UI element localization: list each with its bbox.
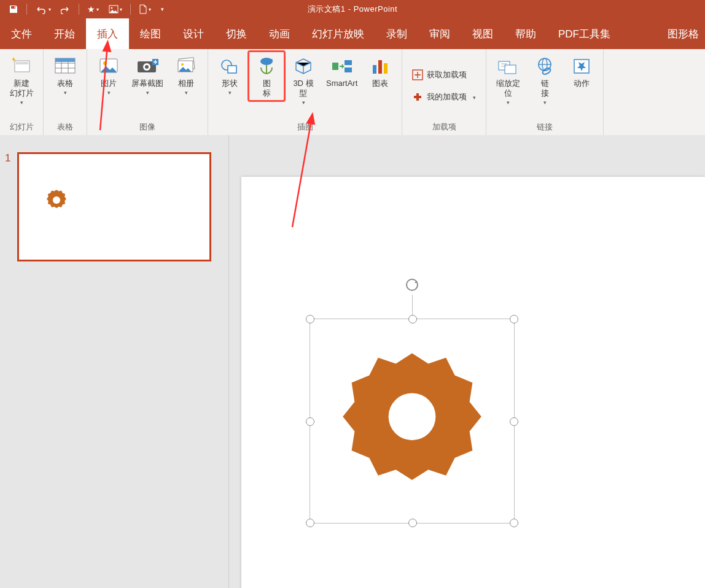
svg-point-15 xyxy=(181,63,184,66)
rotation-connector xyxy=(412,295,413,315)
group-slides: 新建 幻灯片 ▾ 幻灯片 xyxy=(0,49,44,135)
slide-number: 1 xyxy=(5,152,10,164)
slide-canvas-area[interactable] xyxy=(229,135,705,588)
rotation-handle[interactable] xyxy=(403,276,421,293)
svg-point-19 xyxy=(270,59,273,61)
new-slide-icon xyxy=(11,54,32,79)
svg-point-4 xyxy=(13,58,14,59)
resize-handle-tr[interactable] xyxy=(510,315,518,323)
svg-point-11 xyxy=(145,65,149,69)
tab-draw[interactable]: 绘图 xyxy=(129,18,172,49)
selection-bounding-box[interactable] xyxy=(310,319,515,524)
svg-rect-22 xyxy=(345,68,352,72)
chart-button[interactable]: 图表 xyxy=(362,52,398,91)
resize-handle-br[interactable] xyxy=(510,519,518,527)
screenshot-button[interactable]: 屏幕截图 ▾ xyxy=(128,52,167,98)
workspace: 1 xyxy=(0,135,705,588)
group-illustrations: 形状 ▾ 图 标 3D 模 型 ▾ SmartArt xyxy=(208,49,402,135)
3d-models-button[interactable]: 3D 模 型 ▾ xyxy=(286,52,321,108)
chevron-down-icon: ▾ xyxy=(146,90,149,96)
resize-handle-t[interactable] xyxy=(408,315,417,323)
undo-button[interactable]: ▾ xyxy=(31,0,55,18)
tab-view[interactable]: 视图 xyxy=(461,18,504,49)
zoom-button[interactable]: 缩放定 位 ▾ xyxy=(490,52,526,108)
tab-help[interactable]: 帮助 xyxy=(504,18,547,49)
gear-icon xyxy=(45,188,68,212)
resize-handle-l[interactable] xyxy=(306,417,314,426)
icons-button[interactable]: 图 标 xyxy=(249,52,284,101)
svg-point-33 xyxy=(53,196,60,204)
svg-rect-3 xyxy=(16,62,28,64)
chevron-down-icon: ▾ xyxy=(64,90,67,96)
tab-pdf-tools[interactable]: PDF工具集 xyxy=(547,18,621,49)
group-images: 图片 ▾ 屏幕截图 ▾ 相册 ▾ 图像 xyxy=(87,49,208,135)
resize-handle-bl[interactable] xyxy=(306,519,314,527)
cube-icon xyxy=(294,54,313,79)
photo-album-icon xyxy=(174,54,198,79)
smartart-button[interactable]: SmartArt xyxy=(322,52,361,91)
svg-rect-17 xyxy=(228,66,236,73)
chevron-down-icon: ▾ xyxy=(228,90,232,96)
chevron-down-icon: ▾ xyxy=(107,90,111,96)
new-slide-button[interactable]: 新建 幻灯片 ▾ xyxy=(4,52,39,108)
action-button[interactable]: 动作 xyxy=(564,52,599,91)
svg-rect-21 xyxy=(345,60,352,65)
zoom-icon xyxy=(497,54,518,79)
tab-review[interactable]: 审阅 xyxy=(418,18,461,49)
ribbon: 新建 幻灯片 ▾ 幻灯片 表格 ▾ 表格 图片 ▾ xyxy=(0,49,705,136)
get-addins-button[interactable]: 获取加载项 xyxy=(408,68,480,82)
chevron-down-icon: ▾ xyxy=(185,90,188,96)
resize-handle-r[interactable] xyxy=(510,417,518,426)
gear-shape[interactable] xyxy=(338,347,486,495)
tab-design[interactable]: 设计 xyxy=(172,18,215,49)
icons-icon xyxy=(256,54,277,79)
chevron-down-icon: ▾ xyxy=(507,99,510,106)
group-links: 缩放定 位 ▾ 链 接 ▾ 动作 链接 xyxy=(486,49,604,135)
svg-point-18 xyxy=(260,58,273,65)
group-tables: 表格 ▾ 表格 xyxy=(44,49,87,135)
my-addins-button[interactable]: 我的加载项 ▾ xyxy=(408,90,480,104)
svg-point-34 xyxy=(407,279,418,290)
redo-button[interactable] xyxy=(57,0,74,18)
slide-thumbnail-1[interactable] xyxy=(17,152,211,261)
qat-picture-button[interactable]: ▾ xyxy=(105,0,126,18)
chevron-down-icon: ▾ xyxy=(543,99,547,106)
link-button[interactable]: 链 接 ▾ xyxy=(527,52,563,108)
slide-thumbnails-panel[interactable]: 1 xyxy=(0,135,229,588)
svg-rect-6 xyxy=(55,58,75,62)
smartart-icon xyxy=(331,54,353,79)
svg-point-35 xyxy=(389,393,436,440)
tab-file[interactable]: 文件 xyxy=(0,18,43,49)
action-icon xyxy=(572,54,591,79)
tab-home[interactable]: 开始 xyxy=(43,18,86,49)
svg-point-1 xyxy=(111,7,113,9)
resize-handle-tl[interactable] xyxy=(306,315,314,323)
save-button[interactable] xyxy=(5,0,22,18)
start-slideshow-button[interactable]: ★▾ xyxy=(84,0,103,18)
title-bar: ▾ ★▾ ▾ ▾ ▾ 演示文稿1 - PowerPoint xyxy=(0,0,705,18)
ribbon-tabs: 文件 开始 插入 绘图 设计 切换 动画 幻灯片放映 录制 审阅 视图 帮助 P… xyxy=(0,18,705,49)
group-addins: 获取加载项 我的加载项 ▾ 加载项 xyxy=(402,49,486,135)
qat-customize[interactable]: ▾ xyxy=(157,0,168,18)
table-button[interactable]: 表格 ▾ xyxy=(47,52,83,98)
svg-rect-28 xyxy=(505,65,516,74)
tab-transitions[interactable]: 切换 xyxy=(215,18,258,49)
tab-record[interactable]: 录制 xyxy=(375,18,418,49)
svg-rect-25 xyxy=(384,63,388,74)
tab-shape-format[interactable]: 图形格 xyxy=(661,18,705,49)
tab-slideshow[interactable]: 幻灯片放映 xyxy=(301,18,375,49)
table-icon xyxy=(54,54,76,79)
qat-new-button[interactable]: ▾ xyxy=(135,0,155,18)
slide-canvas[interactable] xyxy=(241,177,705,588)
svg-point-8 xyxy=(103,61,107,65)
shapes-icon xyxy=(219,54,240,79)
svg-rect-23 xyxy=(373,65,376,74)
pictures-button[interactable]: 图片 ▾ xyxy=(91,52,127,98)
tab-insert[interactable]: 插入 xyxy=(86,18,129,49)
tab-animations[interactable]: 动画 xyxy=(258,18,301,49)
resize-handle-b[interactable] xyxy=(408,519,417,527)
screenshot-icon xyxy=(135,54,160,79)
photo-album-button[interactable]: 相册 ▾ xyxy=(168,52,204,98)
shapes-button[interactable]: 形状 ▾ xyxy=(212,52,247,98)
svg-rect-24 xyxy=(378,60,382,74)
